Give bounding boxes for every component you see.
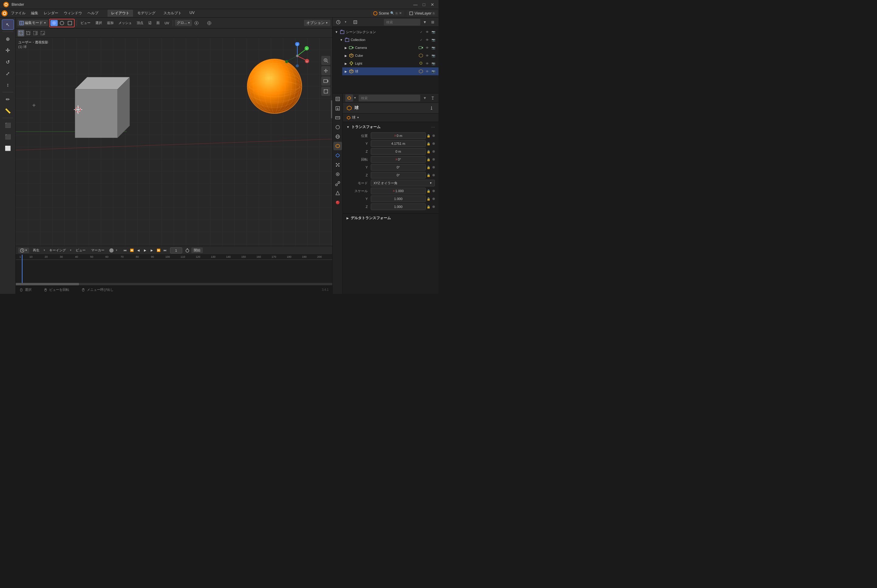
- tab-uv[interactable]: UV: [186, 10, 198, 17]
- position-z-value[interactable]: 0 m: [371, 148, 426, 155]
- outliner-light[interactable]: ▶ Light 👁 📷: [342, 60, 438, 68]
- delta-section-header[interactable]: ▶ デルタトランスフォーム: [347, 216, 435, 221]
- prop-output-tab[interactable]: [333, 104, 342, 112]
- scene-copy-icon[interactable]: ⎘: [396, 12, 398, 15]
- rotation-x-lock[interactable]: 🔒: [426, 156, 431, 163]
- position-x-value[interactable]: X 0 m: [371, 132, 426, 139]
- tool-add-cylinder[interactable]: ⬜: [2, 143, 14, 153]
- tab-layout[interactable]: レイアウト: [108, 10, 133, 17]
- prop-particles-tab[interactable]: [333, 160, 342, 169]
- minimize-button[interactable]: —: [412, 2, 419, 8]
- pivot-point[interactable]: [194, 21, 198, 25]
- outliner-sphere[interactable]: ▶ 球 👁 📷: [342, 68, 438, 75]
- menu-edit[interactable]: 編集: [29, 10, 41, 17]
- camera-view-btn[interactable]: [321, 76, 330, 86]
- edge-menu[interactable]: 辺: [146, 20, 153, 26]
- tool-rotate[interactable]: ↺: [2, 57, 14, 67]
- rotation-z-lock[interactable]: 🔒: [426, 172, 431, 178]
- prop-scene-tab[interactable]: [333, 123, 342, 132]
- outliner-mode-dropdown[interactable]: ▼: [342, 19, 349, 26]
- close-button[interactable]: ✕: [429, 2, 435, 8]
- select-circle-icon[interactable]: [25, 30, 32, 36]
- maximize-button[interactable]: □: [421, 2, 427, 8]
- prop-physics-tab[interactable]: [333, 170, 342, 178]
- scale-x-lock[interactable]: 🔒: [426, 188, 431, 194]
- scene-close-icon[interactable]: ✕: [399, 11, 402, 15]
- view-menu-tl[interactable]: ビュー: [74, 248, 87, 253]
- prop-object-tab[interactable]: [333, 142, 342, 150]
- scale-z-value[interactable]: 1.000: [371, 203, 426, 210]
- uv-menu[interactable]: UV: [163, 21, 171, 26]
- timer-btn[interactable]: [185, 248, 189, 253]
- wireframe-mode-btn[interactable]: [58, 20, 66, 26]
- outliner-collection[interactable]: ▼ Collection ✓ 👁 📷: [337, 36, 438, 44]
- options-btn[interactable]: オプション ▼: [304, 20, 330, 26]
- tool-select[interactable]: ↖: [2, 20, 14, 30]
- position-z-lock[interactable]: 🔒: [426, 148, 431, 155]
- outliner-render-icon[interactable]: [352, 19, 359, 26]
- cube-cam[interactable]: 📷: [431, 53, 436, 58]
- outliner-scene-collection[interactable]: ▼ シーンコレクション ✓ 👁 📷: [332, 28, 438, 36]
- collection-render[interactable]: 👁: [425, 29, 430, 34]
- collection-visibility[interactable]: ✓: [419, 29, 424, 34]
- tool-measure[interactable]: 📏: [2, 106, 14, 116]
- add-menu[interactable]: 追加: [105, 20, 116, 26]
- rotation-y-lock[interactable]: 🔒: [426, 164, 431, 171]
- menu-file[interactable]: ファイル: [9, 10, 28, 17]
- play-btn[interactable]: ▶: [142, 248, 148, 254]
- playhead[interactable]: [22, 255, 23, 285]
- select-box-icon[interactable]: [18, 30, 24, 36]
- tool-scale[interactable]: ⤢: [2, 68, 14, 79]
- jump-start-btn[interactable]: ⏮: [122, 248, 128, 254]
- start-btn[interactable]: 開始: [191, 248, 203, 253]
- position-y-value[interactable]: 4.1751 m: [371, 140, 426, 147]
- viewport-canvas[interactable]: ユーザー・透視投影 (1) 球: [16, 38, 332, 246]
- menu-render[interactable]: レンダー: [41, 10, 61, 17]
- position-y-lock[interactable]: 🔒: [426, 140, 431, 147]
- tool-annotate[interactable]: ✏: [2, 94, 14, 104]
- current-frame-input[interactable]: [170, 248, 182, 254]
- prop-constraints-tab[interactable]: [333, 179, 342, 188]
- face-menu[interactable]: 面: [155, 20, 162, 26]
- timeline-track[interactable]: 1 10 20 30 40 50 60 70 80 90 100 110 120…: [16, 255, 332, 285]
- props-search[interactable]: [359, 95, 420, 101]
- vertex-menu[interactable]: 頂点: [135, 20, 145, 26]
- select-lasso-icon[interactable]: [32, 30, 39, 36]
- outliner-camera[interactable]: ▶ Camera 👁 📷: [342, 44, 438, 52]
- col-cam[interactable]: 📷: [431, 37, 436, 42]
- navigation-gizmo[interactable]: Z Y X: [284, 42, 311, 70]
- pan-btn[interactable]: [321, 66, 330, 75]
- tab-sculpt[interactable]: スカルプト: [160, 10, 185, 17]
- prop-viewlayer-tab[interactable]: [333, 114, 342, 122]
- col-eye[interactable]: 👁: [425, 37, 430, 42]
- object-selector-dropdown[interactable]: 球 ▼: [347, 115, 359, 120]
- orthographic-btn[interactable]: [321, 87, 330, 96]
- position-x-lock[interactable]: 🔒: [426, 132, 431, 139]
- sync-btn[interactable]: ⊞: [429, 19, 436, 26]
- view-menu[interactable]: ビュー: [79, 20, 92, 26]
- filter-btn[interactable]: ▼: [422, 19, 428, 26]
- props-filter-btn[interactable]: ▼: [422, 95, 428, 101]
- marker-menu[interactable]: マーカー: [89, 248, 106, 253]
- prop-render-tab[interactable]: [333, 95, 342, 103]
- tool-add-sphere[interactable]: ⬛: [2, 132, 14, 142]
- collection-camera[interactable]: 📷: [431, 29, 436, 34]
- solid-mode-btn[interactable]: [50, 20, 58, 26]
- transform-section-header[interactable]: ▼ トランスフォーム ⋯: [347, 124, 435, 130]
- prop-material-tab[interactable]: [333, 198, 342, 207]
- rotation-x-value[interactable]: X 0°: [371, 156, 426, 163]
- playback-menu[interactable]: 再生: [31, 248, 41, 253]
- props-pin-btn[interactable]: [429, 95, 436, 101]
- scale-z-lock[interactable]: 🔒: [426, 203, 431, 210]
- prev-keyframe-btn[interactable]: ⏪: [129, 248, 135, 254]
- menu-window[interactable]: ウィンドウ: [62, 10, 84, 17]
- cube-eye[interactable]: 👁: [425, 53, 430, 58]
- mode-dropdown[interactable]: 編集モード ▼: [18, 20, 48, 26]
- viewlayer-copy-icon[interactable]: ⎘: [433, 12, 435, 15]
- gizmo-svg[interactable]: Z Y X: [284, 42, 311, 69]
- prop-modifier-tab[interactable]: [333, 151, 342, 160]
- select-menu[interactable]: 選択: [93, 20, 104, 26]
- cam-cam[interactable]: 📷: [431, 45, 436, 50]
- tool-transform[interactable]: ↕: [2, 80, 14, 90]
- outliner-scene-mode[interactable]: [335, 19, 342, 26]
